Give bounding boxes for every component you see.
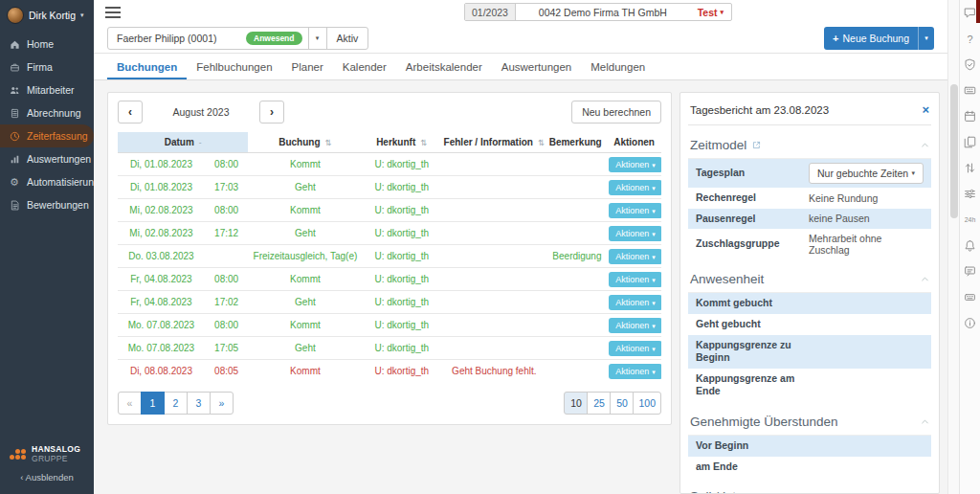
row-actions-button[interactable]: Aktionen▾	[609, 203, 661, 218]
row-actions-button[interactable]: Aktionen▾	[609, 364, 661, 379]
page-size-10[interactable]: 10	[564, 392, 588, 415]
sliders-icon[interactable]	[964, 188, 976, 200]
cell-booking: Geht	[248, 176, 362, 199]
time-24h-icon[interactable]: 24h	[964, 213, 976, 226]
tab-auswertungen[interactable]: Auswertungen	[492, 56, 582, 79]
sort-icon: ⇅	[538, 138, 545, 147]
keypad-icon[interactable]	[964, 291, 976, 303]
scroll-marker	[976, 0, 980, 23]
cell-date: Di, 01.08.2023	[118, 153, 205, 176]
sidebar-item-home[interactable]: Home	[0, 33, 94, 56]
sort-arrows-icon[interactable]	[964, 162, 976, 174]
column-header-fehler-information[interactable]: Fehler / Information⇅	[441, 132, 547, 153]
sidebar-item-mitarbeiter[interactable]: Mitarbeiter	[0, 79, 94, 101]
month-label: August 2023	[143, 106, 259, 118]
help-icon[interactable]: ?	[964, 33, 976, 45]
menu-toggle-icon[interactable]	[105, 7, 121, 21]
chevron-down-icon: ▾	[652, 162, 656, 168]
prev-month-button[interactable]: ‹	[118, 101, 143, 124]
employee-selector[interactable]: Faerber Philipp (0001) Anwesend ▾ Aktiv	[107, 27, 368, 50]
page-size-50[interactable]: 50	[610, 392, 634, 415]
page-button-1[interactable]: 1	[141, 392, 165, 415]
info-icon[interactable]	[964, 317, 976, 329]
company-selector[interactable]: 01/2023 0042 Demo Firma TH GmbH Test ▾	[464, 3, 732, 21]
next-month-button[interactable]: ›	[259, 101, 284, 124]
cell-source: U: dkortig_th	[363, 291, 441, 314]
cell-note	[547, 153, 607, 176]
report-section-anwesenheit: AnwesenheitKommt gebuchtGeht gebuchtKapp…	[688, 265, 931, 402]
copy-icon[interactable]	[964, 136, 976, 148]
shield-check-icon[interactable]	[964, 58, 976, 71]
row-actions-button[interactable]: Aktionen▾	[609, 249, 661, 264]
page-button-2[interactable]: 2	[164, 392, 188, 415]
vertical-scrollbar[interactable]	[947, 0, 959, 494]
row-actions-button[interactable]: Aktionen▾	[609, 226, 661, 241]
table-row: Di, 08.08.202308:05KommtU: dkortig_thGeh…	[118, 360, 661, 383]
report-row-kappungsgrenze-zu-beginn: Kappungsgrenze zu Beginn	[688, 335, 931, 369]
row-actions-button[interactable]: Aktionen▾	[609, 157, 661, 172]
new-booking-split-button[interactable]: + Neue Buchung ▾	[824, 27, 934, 50]
sidebar-item-bewerbungen[interactable]: Bewerbungen	[0, 193, 94, 216]
report-row-am-ende: am Ende	[688, 457, 931, 478]
column-header-herkunft[interactable]: Herkunft⇅	[363, 132, 441, 153]
sort-active-icon: -	[199, 138, 202, 147]
row-actions-button[interactable]: Aktionen▾	[609, 318, 661, 333]
sidebar-item-firma[interactable]: Firma	[0, 56, 94, 79]
chevron-up-icon[interactable]	[921, 275, 929, 283]
row-actions-button[interactable]: Aktionen▾	[609, 341, 661, 356]
cell-error	[441, 222, 547, 245]
cell-error	[441, 245, 547, 268]
sidebar-item-abrechnung[interactable]: Abrechnung	[0, 101, 94, 124]
chat-icon[interactable]	[964, 265, 976, 278]
collapse-sidebar-button[interactable]: ‹ Ausblenden	[0, 468, 94, 494]
page-next-button[interactable]: »	[210, 392, 234, 415]
cell-time: 08:00	[205, 199, 248, 222]
new-booking-button[interactable]: + Neue Buchung	[824, 27, 918, 50]
bell-icon[interactable]	[964, 239, 976, 252]
cell-error	[441, 268, 547, 291]
cell-date: Fr, 04.08.2023	[118, 291, 205, 314]
column-header-datum[interactable]: Datum-	[118, 132, 248, 153]
sort-icon: ⇅	[325, 138, 332, 147]
row-actions-button[interactable]: Aktionen▾	[609, 295, 661, 310]
page-prev-button[interactable]: «	[118, 392, 142, 415]
chevron-down-icon[interactable]: ▾	[308, 28, 326, 49]
recalculate-button[interactable]: Neu berechnen	[571, 101, 661, 124]
new-booking-dropdown[interactable]: ▾	[918, 27, 934, 50]
close-icon[interactable]: ×	[922, 103, 929, 116]
report-row-zuschlagsgruppe: ZuschlagsgruppeMehrarbeit ohne Zuschlag	[688, 229, 931, 259]
external-link-icon[interactable]	[752, 141, 761, 149]
active-filter-button[interactable]: Aktiv	[326, 28, 368, 49]
cell-booking: Kommt	[248, 360, 362, 383]
keyboard-icon[interactable]	[964, 84, 976, 97]
environment-dropdown[interactable]: Test ▾	[690, 7, 731, 18]
page-size-25[interactable]: 25	[587, 392, 611, 415]
calendar-icon[interactable]	[964, 110, 976, 123]
user-menu[interactable]: Dirk Kortig ▾	[0, 0, 94, 33]
chevron-up-icon[interactable]	[921, 417, 929, 426]
comment-icon[interactable]	[964, 7, 976, 19]
sidebar-item-zeiterfassung[interactable]: Zeiterfassung	[0, 124, 94, 147]
column-header-aktionen: Aktionen	[607, 132, 661, 153]
cell-source: U: dkortig_th	[363, 360, 441, 383]
cell-time: 17:12	[205, 222, 248, 245]
row-actions-button[interactable]: Aktionen▾	[609, 180, 661, 195]
page-size-100[interactable]: 100	[633, 392, 661, 415]
scrollbar-thumb[interactable]	[950, 84, 958, 218]
row-actions-button[interactable]: Aktionen▾	[609, 272, 661, 287]
cell-note	[547, 268, 607, 291]
chevron-up-icon[interactable]	[921, 141, 929, 149]
tab-kalender[interactable]: Kalender	[333, 56, 396, 79]
column-header-buchung[interactable]: Buchung⇅	[248, 132, 362, 153]
plus-icon: +	[833, 33, 838, 44]
tab-meldungen[interactable]: Meldungen	[581, 56, 655, 79]
tab-planer[interactable]: Planer	[282, 56, 333, 79]
tab-arbeitskalender[interactable]: Arbeitskalender	[396, 56, 492, 79]
tab-fehlbuchungen[interactable]: Fehlbuchungen	[187, 56, 281, 79]
column-header-bemerkung[interactable]: Bemerkung⇅	[547, 132, 607, 153]
tagesplan-select[interactable]: Nur gebuchte Zeiten▾	[809, 163, 924, 184]
tab-buchungen[interactable]: Buchungen	[107, 56, 187, 79]
page-button-3[interactable]: 3	[187, 392, 211, 415]
sidebar-item-automatisierung[interactable]: ⚙Automatisierung	[0, 170, 94, 193]
sidebar-item-auswertungen[interactable]: Auswertungen	[0, 147, 94, 170]
